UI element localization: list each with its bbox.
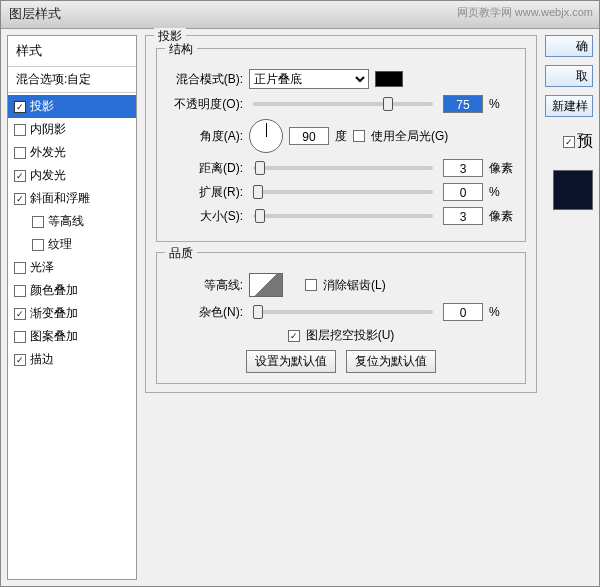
default-buttons: 设置为默认值 复位为默认值 xyxy=(167,350,515,373)
contour-label: 等高线: xyxy=(167,277,243,294)
noise-unit: % xyxy=(489,305,515,319)
style-item-11[interactable]: ✓描边 xyxy=(8,348,136,371)
structure-group: 结构 混合模式(B): 正片叠底 不透明度(O): 75 % xyxy=(156,48,526,242)
angle-row: 角度(A): 90 度 使用全局光(G) xyxy=(167,119,515,153)
style-label: 斜面和浮雕 xyxy=(30,190,90,207)
spread-row: 扩展(R): 0 % xyxy=(167,183,515,201)
style-item-10[interactable]: 图案叠加 xyxy=(8,325,136,348)
opacity-label: 不透明度(O): xyxy=(167,96,243,113)
noise-value[interactable]: 0 xyxy=(443,303,483,321)
style-item-7[interactable]: 光泽 xyxy=(8,256,136,279)
contour-picker[interactable] xyxy=(249,273,283,297)
panels: 投影 结构 混合模式(B): 正片叠底 不透明度(O): 75 % xyxy=(145,35,537,580)
size-row: 大小(S): 3 像素 xyxy=(167,207,515,225)
titlebar: 图层样式 网页教学网 www.webjx.com xyxy=(1,1,599,29)
preview-swatch xyxy=(553,170,593,210)
preview-checkbox[interactable]: ✓ xyxy=(563,136,575,148)
style-item-5[interactable]: 等高线 xyxy=(8,210,136,233)
spread-unit: % xyxy=(489,185,515,199)
right-buttons: 确 取 新建样 ✓ 预 xyxy=(545,35,593,580)
preview-label: 预 xyxy=(577,131,593,152)
style-checkbox[interactable] xyxy=(14,331,26,343)
angle-label: 角度(A): xyxy=(167,128,243,145)
style-checkbox[interactable] xyxy=(32,216,44,228)
style-item-1[interactable]: 内阴影 xyxy=(8,118,136,141)
style-label: 等高线 xyxy=(48,213,84,230)
distance-unit: 像素 xyxy=(489,160,515,177)
size-value[interactable]: 3 xyxy=(443,207,483,225)
style-label: 光泽 xyxy=(30,259,54,276)
quality-group: 品质 等高线: 消除锯齿(L) 杂色(N): 0 % xyxy=(156,252,526,384)
opacity-slider[interactable] xyxy=(253,102,433,106)
set-default-button[interactable]: 设置为默认值 xyxy=(246,350,336,373)
style-checkbox[interactable]: ✓ xyxy=(14,354,26,366)
knockout-row: ✓ 图层挖空投影(U) xyxy=(167,327,515,344)
style-label: 颜色叠加 xyxy=(30,282,78,299)
blend-mode-select[interactable]: 正片叠底 xyxy=(249,69,369,89)
spread-value[interactable]: 0 xyxy=(443,183,483,201)
size-slider[interactable] xyxy=(253,214,433,218)
angle-value[interactable]: 90 xyxy=(289,127,329,145)
blend-options-row[interactable]: 混合选项:自定 xyxy=(8,67,136,93)
watermark: 网页教学网 www.webjx.com xyxy=(457,5,593,20)
style-checkbox[interactable]: ✓ xyxy=(14,308,26,320)
style-checkbox[interactable]: ✓ xyxy=(14,170,26,182)
reset-default-button[interactable]: 复位为默认值 xyxy=(346,350,436,373)
noise-row: 杂色(N): 0 % xyxy=(167,303,515,321)
shadow-color-swatch[interactable] xyxy=(375,71,403,87)
style-list: ✓投影内阴影外发光✓内发光✓斜面和浮雕等高线纹理光泽颜色叠加✓渐变叠加图案叠加✓… xyxy=(8,93,136,373)
size-unit: 像素 xyxy=(489,208,515,225)
sidebar-header: 样式 xyxy=(8,36,136,67)
quality-title: 品质 xyxy=(165,245,197,262)
global-light-checkbox[interactable] xyxy=(353,130,365,142)
angle-degree: 度 xyxy=(335,128,347,145)
style-label: 内阴影 xyxy=(30,121,66,138)
style-item-2[interactable]: 外发光 xyxy=(8,141,136,164)
style-checkbox[interactable] xyxy=(14,147,26,159)
layer-style-dialog: 图层样式 网页教学网 www.webjx.com 样式 混合选项:自定 ✓投影内… xyxy=(0,0,600,587)
anti-alias-label: 消除锯齿(L) xyxy=(323,277,386,294)
contour-row: 等高线: 消除锯齿(L) xyxy=(167,273,515,297)
blend-mode-row: 混合模式(B): 正片叠底 xyxy=(167,69,515,89)
style-item-8[interactable]: 颜色叠加 xyxy=(8,279,136,302)
spread-label: 扩展(R): xyxy=(167,184,243,201)
distance-value[interactable]: 3 xyxy=(443,159,483,177)
style-item-9[interactable]: ✓渐变叠加 xyxy=(8,302,136,325)
preview-row: ✓ 预 xyxy=(563,131,593,152)
content: 样式 混合选项:自定 ✓投影内阴影外发光✓内发光✓斜面和浮雕等高线纹理光泽颜色叠… xyxy=(1,29,599,586)
angle-dial[interactable] xyxy=(249,119,283,153)
style-item-3[interactable]: ✓内发光 xyxy=(8,164,136,187)
style-label: 内发光 xyxy=(30,167,66,184)
opacity-row: 不透明度(O): 75 % xyxy=(167,95,515,113)
effect-panel: 投影 结构 混合模式(B): 正片叠底 不透明度(O): 75 % xyxy=(145,35,537,393)
anti-alias-checkbox[interactable] xyxy=(305,279,317,291)
style-label: 渐变叠加 xyxy=(30,305,78,322)
cancel-button[interactable]: 取 xyxy=(545,65,593,87)
style-checkbox[interactable] xyxy=(14,262,26,274)
distance-slider[interactable] xyxy=(253,166,433,170)
style-label: 描边 xyxy=(30,351,54,368)
style-label: 纹理 xyxy=(48,236,72,253)
main-area: 投影 结构 混合模式(B): 正片叠底 不透明度(O): 75 % xyxy=(145,35,593,580)
style-label: 投影 xyxy=(30,98,54,115)
global-light-label: 使用全局光(G) xyxy=(371,128,448,145)
knockout-checkbox[interactable]: ✓ xyxy=(288,330,300,342)
style-checkbox[interactable]: ✓ xyxy=(14,101,26,113)
ok-button[interactable]: 确 xyxy=(545,35,593,57)
style-checkbox[interactable] xyxy=(32,239,44,251)
style-item-0[interactable]: ✓投影 xyxy=(8,95,136,118)
style-label: 图案叠加 xyxy=(30,328,78,345)
structure-title: 结构 xyxy=(165,41,197,58)
noise-slider[interactable] xyxy=(253,310,433,314)
new-style-button[interactable]: 新建样 xyxy=(545,95,593,117)
opacity-value[interactable]: 75 xyxy=(443,95,483,113)
spread-slider[interactable] xyxy=(253,190,433,194)
style-item-6[interactable]: 纹理 xyxy=(8,233,136,256)
style-checkbox[interactable] xyxy=(14,124,26,136)
size-label: 大小(S): xyxy=(167,208,243,225)
style-checkbox[interactable] xyxy=(14,285,26,297)
style-checkbox[interactable]: ✓ xyxy=(14,193,26,205)
opacity-unit: % xyxy=(489,97,515,111)
style-item-4[interactable]: ✓斜面和浮雕 xyxy=(8,187,136,210)
styles-sidebar: 样式 混合选项:自定 ✓投影内阴影外发光✓内发光✓斜面和浮雕等高线纹理光泽颜色叠… xyxy=(7,35,137,580)
